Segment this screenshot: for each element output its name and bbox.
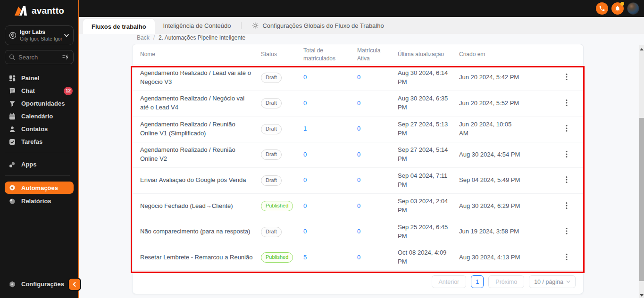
active-enrollment-value[interactable]: 0	[357, 253, 398, 262]
sidebar-item-painel[interactable]: Painel	[0, 72, 78, 84]
tab-fluxos-de-trabalho[interactable]: Fluxos de trabalho	[83, 19, 155, 34]
workflow-name[interactable]: Negócio Fechado (Lead→Cliente)	[140, 202, 261, 211]
active-enrollment-value[interactable]: 0	[357, 73, 398, 82]
scrollbar-up-arrow-icon[interactable]	[640, 48, 644, 50]
pagination-next-button[interactable]: Próximo	[488, 275, 524, 288]
total-enrolled-value[interactable]: 5	[303, 253, 357, 262]
status-badge: Draft	[261, 98, 282, 108]
table-row[interactable]: Agendamento Realizado / Negócio vai até …	[133, 91, 583, 117]
table-row[interactable]: Agendamento Realizado / Reunião Online V…	[133, 142, 583, 168]
table-row[interactable]: Negócio Fechado (Lead→Cliente) Published…	[133, 194, 583, 220]
workflow-name[interactable]: Agendamento Realizado / Reunião Online V…	[140, 120, 261, 138]
row-actions-button[interactable]	[563, 97, 570, 110]
table-row[interactable]: Agendamento Realizado / Reunião Online V…	[133, 116, 583, 142]
updated-at-value: Sep 04 2024, 7:11 PM	[398, 172, 459, 190]
workflow-name[interactable]: Não comparecimento (para na resposta)	[140, 227, 261, 236]
sidebar-collapse-button[interactable]	[68, 278, 81, 291]
row-actions-button[interactable]	[563, 225, 570, 238]
workflow-name[interactable]: Agendamento Realizado / Lead vai até o N…	[140, 69, 261, 87]
active-enrollment-value[interactable]: 0	[357, 176, 398, 185]
column-header-matricula-ativa: Matrícula Ativa	[357, 47, 398, 62]
sidebar-item-relatorios[interactable]: Relatórios	[0, 195, 78, 207]
table-row[interactable]: Resetar Lembrete - Remarcou a Reunião Pu…	[133, 245, 583, 271]
total-enrolled-value[interactable]: 0	[303, 150, 357, 159]
created-at-value: Jun 20 2024, 5:42 PM	[459, 73, 528, 82]
contacts-icon	[8, 125, 16, 133]
sidebar-item-label: Configurações	[21, 281, 64, 288]
status-cell: Published	[261, 201, 303, 211]
sidebar-item-oportunidades[interactable]: Oportunidades	[0, 97, 78, 110]
table-row[interactable]: Enviar Avaliação do Google pós Venda Dra…	[133, 168, 583, 194]
scrollbar-thumb[interactable]	[639, 118, 644, 281]
pagination: Anterior 1 Próximo 10 / página	[133, 271, 583, 294]
sidebar-item-apps[interactable]: Apps	[0, 158, 78, 171]
funnel-icon	[8, 100, 16, 108]
active-enrollment-value[interactable]: 0	[357, 202, 398, 211]
apps-icon	[8, 161, 16, 168]
row-actions-button[interactable]	[563, 174, 570, 187]
tab-label: Fluxos de trabalho	[92, 23, 146, 30]
active-enrollment-value[interactable]: 0	[357, 124, 398, 133]
breadcrumb-current: 2. Automações Pipeline Inteligente	[159, 34, 245, 41]
updated-at-value: Sep 27 2024, 5:13 PM	[398, 120, 459, 138]
vertical-scrollbar[interactable]	[639, 45, 644, 298]
location-selector[interactable]: Igor Labs City Igor, State Igor	[5, 25, 74, 45]
pagination-previous-button[interactable]: Anterior	[432, 275, 467, 288]
workflow-name[interactable]: Enviar Avaliação do Google pós Venda	[140, 176, 261, 185]
workflows-table-card: Nome Status Total de matriculados Matríc…	[132, 44, 584, 294]
search-icon	[9, 53, 15, 61]
status-cell: Published	[261, 252, 303, 263]
sidebar-item-label: Tarefas	[21, 138, 42, 145]
table-row[interactable]: Não comparecimento (para na resposta) Dr…	[133, 219, 583, 245]
calendar-icon	[8, 113, 16, 120]
column-header-ultima-atualizacao: Última atualização	[398, 50, 459, 58]
workflow-name[interactable]: Agendamento Realizado / Reunião Online V…	[140, 146, 261, 164]
column-header-status: Status	[261, 50, 303, 58]
quick-actions-bolt-icon[interactable]	[62, 53, 69, 61]
updated-at-value: Sep 25 2024, 6:45 PM	[398, 223, 459, 241]
location-subtitle: City Igor, State Igor	[20, 36, 60, 42]
notifications-button[interactable]	[611, 2, 624, 15]
sidebar-item-automacoes[interactable]: Automações	[5, 182, 74, 194]
row-actions-button[interactable]	[563, 71, 570, 84]
workflow-name[interactable]: Resetar Lembrete - Remarcou a Reunião	[140, 253, 261, 262]
scrollbar-down-arrow-icon[interactable]	[640, 294, 644, 297]
sidebar-item-label: Automações	[21, 184, 58, 191]
sidebar-item-contatos[interactable]: Contatos	[0, 123, 78, 135]
sidebar-item-chat[interactable]: Chat 12	[0, 84, 78, 97]
brand-logo[interactable]: avantto	[0, 0, 78, 21]
active-enrollment-value[interactable]: 0	[357, 227, 398, 236]
row-actions-button[interactable]	[563, 200, 570, 213]
user-avatar[interactable]	[627, 2, 639, 15]
sidebar-item-tarefas[interactable]: Tarefas	[0, 135, 78, 148]
phone-button[interactable]	[596, 2, 608, 15]
pagination-page-1[interactable]: 1	[471, 275, 484, 288]
total-enrolled-value[interactable]: 0	[303, 73, 357, 82]
app-window: avantto Igor Labs City Igor, State Igor …	[0, 0, 644, 298]
total-enrolled-value[interactable]: 0	[303, 99, 357, 108]
more-vertical-icon	[566, 99, 568, 107]
total-enrolled-value[interactable]: 0	[303, 176, 357, 185]
sidebar-item-calendario[interactable]: Calendário	[0, 110, 78, 123]
row-actions-button[interactable]	[563, 149, 570, 161]
column-header-criado-em: Criado em	[459, 50, 556, 58]
page-size-select[interactable]: 10 / página	[529, 275, 576, 288]
total-enrolled-value[interactable]: 0	[303, 227, 357, 236]
active-enrollment-value[interactable]: 0	[357, 99, 398, 108]
sidebar-item-configuracoes[interactable]: Configurações	[0, 278, 78, 290]
row-actions-button[interactable]	[563, 251, 570, 264]
workflow-name[interactable]: Agendamento Realizado / Negócio vai até …	[140, 94, 261, 112]
table-row[interactable]: Agendamento Realizado / Lead vai até o N…	[133, 65, 583, 91]
total-enrolled-value[interactable]: 1	[303, 124, 357, 133]
row-actions-button[interactable]	[563, 123, 570, 135]
breadcrumb-back-link[interactable]: Back	[137, 34, 150, 41]
tab-configuracoes-globais[interactable]: Configurações Globais do Fluxo de Trabal…	[243, 17, 392, 34]
sidebar-item-label: Contatos	[21, 125, 48, 132]
total-enrolled-value[interactable]: 0	[303, 202, 357, 211]
status-badge: Published	[261, 201, 293, 211]
topbar	[79, 0, 644, 17]
tab-inteligencia-de-conteudo[interactable]: Inteligência de Conteúdo	[155, 17, 240, 34]
search-input[interactable]: Search	[5, 50, 74, 64]
active-enrollment-value[interactable]: 0	[357, 150, 398, 159]
created-at-value: Jun 19 2024, 3:58 PM	[459, 227, 528, 236]
